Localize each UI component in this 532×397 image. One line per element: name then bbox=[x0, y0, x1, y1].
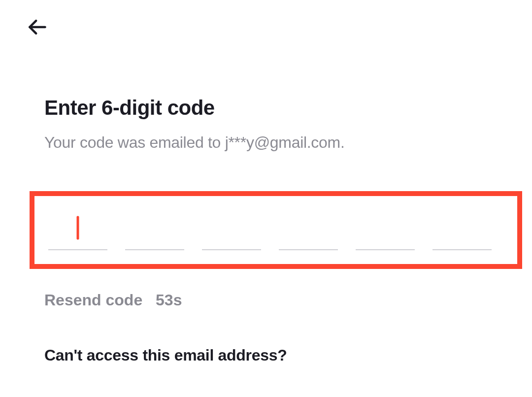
code-digit-4[interactable] bbox=[279, 216, 338, 250]
code-input-highlight-box bbox=[30, 191, 522, 269]
back-arrow-icon bbox=[26, 16, 48, 38]
code-digit-1[interactable] bbox=[48, 216, 107, 250]
code-digit-6[interactable] bbox=[432, 216, 492, 250]
page-title: Enter 6-digit code bbox=[44, 96, 488, 120]
page-subtitle: Your code was emailed to j***y@gmail.com… bbox=[44, 133, 488, 152]
code-digit-3[interactable] bbox=[202, 216, 261, 250]
resend-code-label: Resend code bbox=[44, 291, 142, 309]
resend-code-timer: 53s bbox=[156, 291, 182, 309]
resend-code-line: Resend code 53s bbox=[44, 291, 488, 309]
text-cursor bbox=[77, 216, 79, 239]
code-digit-5[interactable] bbox=[356, 216, 415, 250]
code-input-group[interactable] bbox=[48, 216, 503, 250]
cant-access-email-link[interactable]: Can't access this email address? bbox=[44, 346, 488, 364]
code-digit-2[interactable] bbox=[125, 216, 184, 250]
back-button[interactable] bbox=[25, 15, 49, 39]
verification-screen: Enter 6-digit code Your code was emailed… bbox=[0, 0, 532, 364]
